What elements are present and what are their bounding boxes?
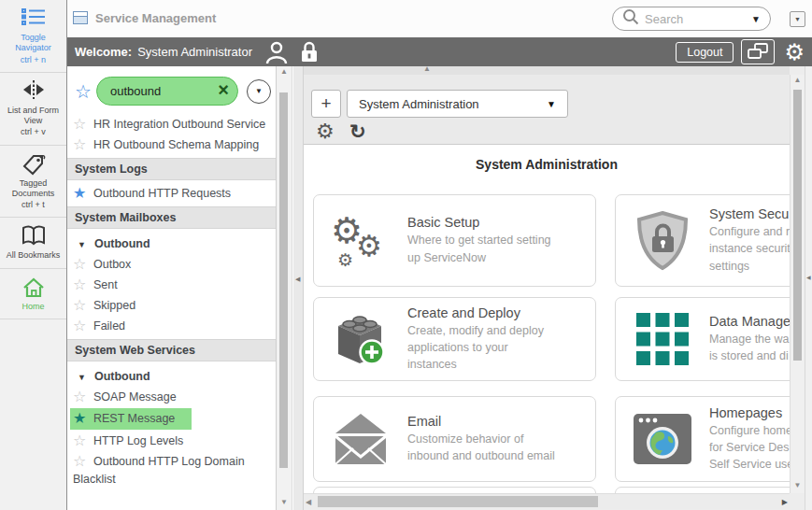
star-icon[interactable]: ☆: [73, 135, 93, 153]
homepage-picker-value: System Administration: [359, 97, 547, 111]
nav-item-label: Outbound HTTP Log Domain Blacklist: [73, 455, 245, 486]
chevron-down-icon: ▼: [78, 240, 86, 249]
refresh-icon[interactable]: ↻: [349, 121, 366, 141]
sidebar-item-shortcut: ctrl + v: [2, 127, 64, 137]
partial-card[interactable]: [615, 487, 790, 493]
sidebar-item-tagged-documents[interactable]: Tagged Documentsctrl + t: [0, 146, 66, 219]
nav-item[interactable]: ☆Failed: [67, 316, 276, 336]
sidebar-item-label: Toggle Navigator: [2, 33, 64, 54]
user-profile-icon[interactable]: [265, 40, 288, 64]
module-card[interactable]: Create and DeployCreate, modify and depl…: [313, 297, 596, 381]
partial-card[interactable]: [313, 487, 596, 493]
star-icon[interactable]: ☆: [73, 388, 93, 405]
navigator-filter[interactable]: ×: [96, 77, 238, 106]
card-description: Customize behavior ofinbound and outboun…: [407, 431, 590, 464]
nav-group-outbound[interactable]: ▼Outbound: [67, 364, 276, 387]
content-vertical-scrollbar[interactable]: ▲ ▼: [790, 75, 805, 493]
picker-caret-icon: ▼: [547, 99, 556, 109]
settings-gear-icon[interactable]: ⚙: [784, 41, 805, 64]
nav-item[interactable]: ☆HR Outbound Schema Mapping: [67, 135, 276, 155]
open-popup-button[interactable]: [741, 39, 775, 64]
collapse-right-icon[interactable]: ◀: [806, 274, 811, 280]
star-icon[interactable]: ☆: [73, 255, 93, 273]
logout-button[interactable]: Logout: [676, 42, 734, 63]
nav-item[interactable]: ★REST Message: [67, 407, 276, 431]
clear-filter-icon[interactable]: ×: [218, 79, 229, 101]
module-card[interactable]: ⚙⚙⚙Basic SetupWhere to get started setti…: [313, 194, 596, 287]
impersonate-lock-icon[interactable]: [299, 40, 320, 64]
favorites-star-icon[interactable]: ☆: [75, 82, 92, 101]
collapse-banner-button[interactable]: ▼: [790, 11, 805, 27]
collapse-up-icon[interactable]: ▲: [423, 64, 431, 73]
navigator-scrollbar[interactable]: ▲ ▼: [277, 66, 292, 510]
nav-item-label: HR Outbound Schema Mapping: [93, 138, 259, 151]
card-description: Manage the wais stored and di: [709, 331, 790, 364]
top-splitter[interactable]: ▲: [304, 66, 790, 75]
homepage-picker[interactable]: System Administration ▼: [347, 90, 568, 118]
star-icon[interactable]: ☆: [73, 432, 93, 449]
user-bar: Welcome: System Administrator Logout ⚙: [67, 37, 812, 66]
star-icon[interactable]: ☆: [73, 452, 93, 470]
nav-item[interactable]: ★Outbound HTTP Requests: [67, 183, 276, 204]
sidebar-item-label: Home: [2, 302, 64, 312]
scroll-right-icon[interactable]: ▶: [782, 498, 788, 506]
star-icon[interactable]: ☆: [73, 276, 93, 293]
nav-item-label: Outbox: [93, 258, 131, 271]
star-icon[interactable]: ☆: [73, 115, 93, 133]
horizontal-scrollbar-thumb[interactable]: [318, 496, 598, 507]
collapse-left-icon[interactable]: ◀: [295, 276, 300, 283]
navigator-filter-row: ☆ × ▼: [67, 66, 276, 114]
sidebar-item-home[interactable]: Home: [0, 269, 66, 319]
search-input[interactable]: [645, 12, 751, 26]
nav-group-label: Outbound: [94, 370, 150, 383]
global-search[interactable]: ▼: [612, 7, 771, 31]
nav-item[interactable]: ☆SOAP Message: [67, 387, 276, 407]
sidebar-item-all-bookmarks[interactable]: All Bookmarks: [0, 218, 66, 268]
module-card[interactable]: System SecuConfigure and rinstance secur…: [615, 194, 790, 287]
homepage-content: System Administration ⚙⚙⚙Basic SetupWher…: [304, 145, 790, 493]
nav-item-label: Outbound HTTP Requests: [93, 187, 231, 200]
scroll-up-icon[interactable]: ▲: [277, 66, 292, 78]
content-horizontal-scrollbar[interactable]: ◀ ▶: [304, 493, 790, 509]
vertical-scrollbar-thumb[interactable]: [793, 90, 802, 361]
module-card[interactable]: HomepagesConfigure homefor Service DesSe…: [615, 396, 790, 482]
nav-section-header[interactable]: System Logs: [67, 158, 276, 180]
nav-group-outbound[interactable]: ▼Outbound: [67, 232, 276, 254]
navigator-menu-button[interactable]: ▼: [247, 79, 271, 104]
navigator-list-icon: [2, 7, 64, 30]
homepage-settings-icon[interactable]: ⚙: [316, 121, 335, 142]
right-edge-splitter[interactable]: ◀: [805, 66, 812, 510]
sidebar-item-list-and-form-view[interactable]: List and Form Viewctrl + v: [0, 73, 66, 146]
star-icon[interactable]: ☆: [73, 296, 93, 314]
card-title: Homepages: [709, 405, 790, 420]
pane-splitter[interactable]: ◀: [293, 66, 304, 510]
nav-item[interactable]: ☆HR Integration Outbound Service: [67, 114, 276, 135]
navigator-filter-input[interactable]: [110, 84, 211, 98]
module-card[interactable]: Data ManageManage the wais stored and di: [615, 297, 790, 381]
sidebar-item-toggle-navigator[interactable]: Toggle Navigatorctrl + n: [0, 0, 66, 73]
grid-icon: [616, 313, 709, 365]
nav-section-header[interactable]: System Mailboxes: [67, 206, 276, 229]
nav-item[interactable]: ☆Outbox: [67, 254, 276, 275]
card-title: Email: [407, 414, 590, 429]
chevron-down-icon: ▼: [78, 373, 86, 382]
star-icon[interactable]: ☆: [73, 317, 93, 334]
nav-item[interactable]: ☆Outbound HTTP Log Domain Blacklist: [67, 451, 276, 489]
search-scope-caret-icon[interactable]: ▼: [751, 14, 761, 24]
nav-item[interactable]: ☆HTTP Log Levels: [67, 431, 276, 451]
scroll-down-icon[interactable]: ▼: [277, 497, 292, 508]
star-icon[interactable]: ★: [73, 184, 93, 202]
scroll-left-icon[interactable]: ◀: [306, 498, 311, 506]
highlighted-nav-item: ★REST Message: [70, 408, 192, 430]
star-icon[interactable]: ★: [73, 409, 93, 427]
card-description: Where to get started settingup ServiceNo…: [407, 232, 590, 265]
add-content-button[interactable]: +: [311, 90, 341, 118]
nav-item[interactable]: ☆Skipped: [67, 295, 276, 316]
popup-windows-icon: [748, 49, 768, 63]
navigator-scrollbar-thumb[interactable]: [279, 92, 288, 468]
nav-section-header[interactable]: System Web Services: [67, 339, 276, 361]
module-card[interactable]: EmailCustomize behavior ofinbound and ou…: [313, 396, 596, 482]
scroll-down-icon[interactable]: ▼: [791, 480, 805, 491]
scroll-up-icon[interactable]: ▲: [791, 75, 805, 86]
nav-item[interactable]: ☆Sent: [67, 275, 276, 295]
